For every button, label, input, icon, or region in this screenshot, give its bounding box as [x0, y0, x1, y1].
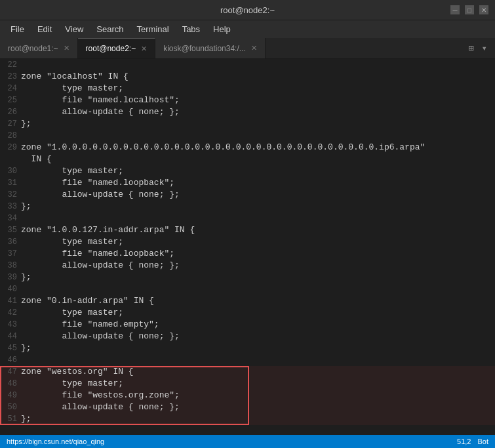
line-content: zone "westos.org" IN { [21, 366, 495, 378]
line-number: 22 [0, 59, 21, 71]
line-number: 43 [0, 319, 21, 331]
tab-label-0: root@node1:~ [8, 44, 58, 53]
close-button[interactable]: ✕ [479, 5, 488, 14]
line-row: 46 [0, 354, 495, 366]
line-content: type master; [21, 165, 495, 177]
line-content: allow-update { none; }; [21, 189, 495, 201]
line-number: 40 [0, 283, 21, 295]
line-number: 27 [0, 118, 21, 130]
line-row: 47zone "westos.org" IN { [0, 366, 495, 378]
line-number: 36 [0, 236, 21, 248]
status-bar: https://bign.csun.net/qiao_qing 51,2 Bot [0, 435, 495, 448]
line-number: 41 [0, 295, 21, 307]
line-number: 47 [0, 366, 21, 378]
line-row: 41zone "0.in-addr.arpa" IN { [0, 295, 495, 307]
line-row: 32 allow-update { none; }; [0, 189, 495, 201]
line-content: allow-update { none; }; [21, 331, 495, 342]
status-right: 51,2 Bot [457, 438, 488, 445]
menu-item-tabs[interactable]: Tabs [177, 23, 205, 35]
line-content: zone "1.0.0.0.0.0.0.0.0.0.0.0.0.0.0.0.0.… [21, 142, 495, 153]
terminal-content[interactable]: 2223zone "localhost" IN {24 type master;… [0, 59, 495, 435]
tab-1[interactable]: root@node2:~✕ [78, 38, 156, 58]
tab-close-1[interactable]: ✕ [141, 45, 147, 53]
title-bar-controls: ─ □ ✕ [450, 5, 488, 14]
line-number: 32 [0, 189, 21, 201]
line-content: type master; [21, 307, 495, 319]
line-number: 42 [0, 307, 21, 319]
status-url: https://bign.csun.net/qiao_qing [7, 438, 104, 445]
line-row: 49 file "westos.org.zone"; [0, 390, 495, 401]
new-tab-button[interactable]: ⊞ [465, 41, 476, 55]
line-number: 25 [0, 94, 21, 106]
line-row: 33}; [0, 201, 495, 213]
menu-item-view[interactable]: View [60, 23, 89, 35]
title-bar: root@node2:~ ─ □ ✕ [0, 0, 495, 20]
line-number: 48 [0, 378, 21, 390]
line-row: 37 file "named.loopback"; [0, 248, 495, 260]
menu-item-help[interactable]: Help [208, 23, 236, 35]
line-content: type master; [21, 236, 495, 248]
line-number: 46 [0, 354, 21, 366]
line-number: 35 [0, 224, 21, 236]
line-row: 30 type master; [0, 165, 495, 177]
tab-2[interactable]: kiosk@foundation34:/...✕ [155, 38, 266, 58]
line-row: 25 file "named.localhost"; [0, 94, 495, 106]
terminal-wrapper: 2223zone "localhost" IN {24 type master;… [0, 59, 495, 435]
line-number: 24 [0, 83, 21, 94]
tab-close-2[interactable]: ✕ [251, 44, 257, 52]
line-number: 49 [0, 390, 21, 401]
status-position: 51,2 [457, 438, 471, 445]
tab-label-1: root@node2:~ [86, 44, 136, 53]
line-row: IN { [0, 153, 495, 165]
line-content: allow-update { none; }; [21, 401, 495, 413]
line-row: 38 allow-update { none; }; [0, 260, 495, 272]
status-mode: Bot [477, 438, 488, 445]
line-content: allow-update { none; }; [21, 260, 495, 272]
line-row: 23zone "localhost" IN { [0, 71, 495, 83]
line-number: 29 [0, 142, 21, 153]
maximize-button[interactable]: □ [465, 5, 474, 14]
menu-item-terminal[interactable]: Terminal [132, 23, 174, 35]
tab-dropdown-button[interactable]: ▾ [479, 41, 490, 55]
line-content: allow-update { none; }; [21, 106, 495, 118]
line-row: 26 allow-update { none; }; [0, 106, 495, 118]
line-row: 39}; [0, 272, 495, 283]
line-row: 44 allow-update { none; }; [0, 331, 495, 342]
line-content [21, 130, 495, 142]
line-row: 40 [0, 283, 495, 295]
line-number: 34 [0, 213, 21, 224]
line-row: 34 [0, 213, 495, 224]
menu-item-search[interactable]: Search [91, 23, 129, 35]
line-content: }; [21, 342, 495, 354]
title-bar-title: root@node2:~ [220, 5, 275, 15]
line-number [0, 153, 21, 165]
line-content: file "named.loopback"; [21, 177, 495, 189]
tab-bar: root@node1:~✕root@node2:~✕kiosk@foundati… [0, 38, 495, 59]
line-row: 42 type master; [0, 307, 495, 319]
tab-label-2: kiosk@foundation34:/... [163, 44, 246, 53]
line-content: type master; [21, 83, 495, 94]
tab-close-0[interactable]: ✕ [64, 44, 69, 52]
line-content: zone "0.in-addr.arpa" IN { [21, 295, 495, 307]
line-content: file "westos.org.zone"; [21, 390, 495, 401]
line-row: 36 type master; [0, 236, 495, 248]
line-row: 27}; [0, 118, 495, 130]
line-number: 39 [0, 272, 21, 283]
line-content: zone "localhost" IN { [21, 71, 495, 83]
line-number: 28 [0, 130, 21, 142]
line-content [21, 354, 495, 366]
line-row: 43 file "named.empty"; [0, 319, 495, 331]
line-number: 31 [0, 177, 21, 189]
line-row: 24 type master; [0, 83, 495, 94]
line-number: 45 [0, 342, 21, 354]
line-number: 33 [0, 201, 21, 213]
minimize-button[interactable]: ─ [450, 5, 460, 14]
tab-0[interactable]: root@node1:~✕ [0, 38, 78, 58]
menu-item-file[interactable]: File [5, 23, 30, 35]
line-number: 50 [0, 401, 21, 413]
menu-item-edit[interactable]: Edit [32, 23, 57, 35]
line-row: 48 type master; [0, 378, 495, 390]
line-content: }; [21, 413, 495, 425]
line-content [21, 59, 495, 71]
line-content: IN { [21, 153, 495, 165]
